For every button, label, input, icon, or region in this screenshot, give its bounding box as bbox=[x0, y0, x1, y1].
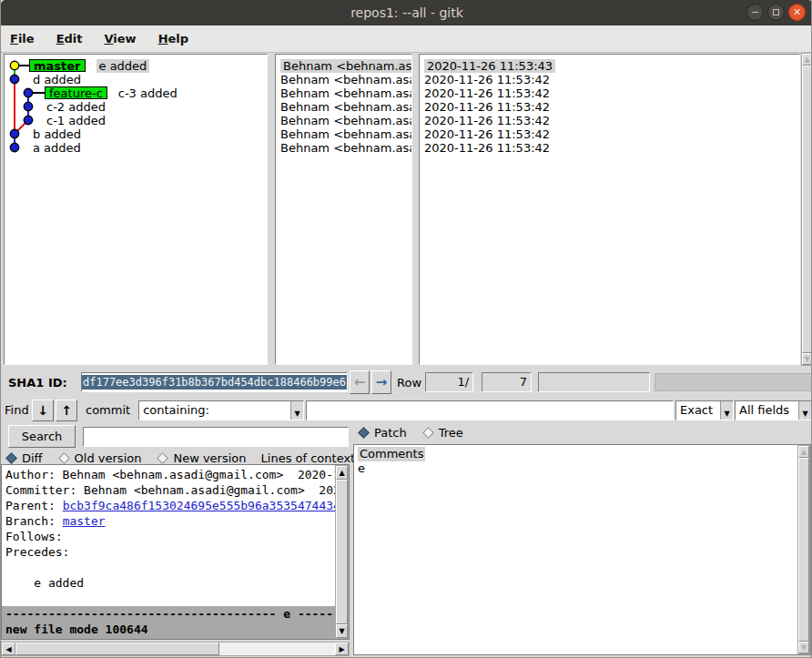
branch-tag-master[interactable]: master bbox=[29, 59, 86, 72]
author-cell[interactable]: Behnam <behnam.asadi@gmail.com> bbox=[276, 86, 411, 100]
scrollbar-thumb[interactable] bbox=[798, 458, 809, 642]
diff-radio-label[interactable]: Diff bbox=[22, 451, 43, 465]
scroll-left-icon[interactable]: ◀ bbox=[2, 643, 15, 655]
author-cell[interactable]: Behnam <behnam.asadi@gmail.com> bbox=[276, 114, 411, 127]
commit-subject: e added bbox=[96, 59, 150, 73]
patch-tree-controls: Patch Tree bbox=[357, 426, 539, 440]
chevron-down-icon: ▼ bbox=[720, 401, 733, 420]
row-total-field[interactable]: 7 bbox=[482, 372, 532, 392]
match-type-dropdown[interactable]: containing: ▼ bbox=[138, 400, 304, 420]
menu-view[interactable]: View bbox=[105, 32, 137, 46]
graph-row[interactable]: c-1 added bbox=[5, 114, 267, 127]
patch-radio[interactable] bbox=[358, 427, 370, 439]
author-column[interactable]: Behnam <behnam.asadi@gmail.com> Behnam <… bbox=[275, 54, 412, 365]
comments-pane[interactable]: Comments e ▲ ▼ bbox=[353, 444, 811, 655]
titlebar[interactable]: repos1: --all - gitk − ✕ bbox=[1, 0, 812, 25]
commit-subject: c-1 added bbox=[46, 114, 106, 127]
diff-scrollbar[interactable]: ▲ ▼ bbox=[335, 465, 349, 639]
diff-horizontal-scrollbar[interactable]: ◀ ▶ bbox=[1, 642, 350, 656]
minimize-icon[interactable]: − bbox=[746, 4, 764, 21]
sha1-label: SHA1 ID: bbox=[8, 376, 79, 390]
menu-help[interactable]: Help bbox=[158, 32, 188, 46]
spare-field[interactable] bbox=[538, 372, 650, 392]
history-forward-button[interactable]: → bbox=[371, 370, 391, 394]
patch-radio-label[interactable]: Patch bbox=[374, 426, 407, 440]
find-label: Find bbox=[5, 403, 30, 417]
scrollbar-thumb[interactable] bbox=[336, 480, 348, 624]
author-cell[interactable]: Behnam <behnam.asadi@gmail.com> bbox=[276, 141, 411, 155]
scrollbar-thumb[interactable] bbox=[15, 643, 219, 655]
scrollbar-thumb[interactable] bbox=[802, 66, 812, 353]
scroll-down-icon[interactable]: ▼ bbox=[798, 642, 809, 653]
scroll-up-icon[interactable]: ▲ bbox=[798, 446, 809, 458]
sha1-input[interactable]: df177ee3d396f31b8b367bd454dbc188466b99e6 bbox=[81, 372, 348, 392]
tree-radio-label[interactable]: Tree bbox=[439, 426, 463, 440]
date-cell[interactable]: 2020-11-26 11:53:42 bbox=[420, 114, 799, 127]
row-label: Row bbox=[397, 376, 421, 390]
right-arrow-icon: → bbox=[376, 374, 388, 390]
old-version-label[interactable]: Old version bbox=[75, 451, 142, 465]
scroll-up-icon[interactable]: ▲ bbox=[336, 466, 348, 480]
menu-edit[interactable]: Edit bbox=[56, 32, 83, 46]
author-cell[interactable]: Behnam <behnam.asadi@gmail.com> bbox=[276, 100, 411, 114]
comments-header: Comments bbox=[358, 447, 425, 461]
scroll-down-icon[interactable]: ▼ bbox=[802, 353, 812, 365]
match-fields-dropdown[interactable]: All fields ▼ bbox=[735, 400, 812, 420]
old-version-radio[interactable] bbox=[58, 452, 70, 464]
date-column[interactable]: 2020-11-26 11:53:43 2020-11-26 11:53:42 … bbox=[419, 54, 800, 365]
match-case-dropdown[interactable]: Exact ▼ bbox=[675, 400, 734, 420]
index-line: index 0000000..e69de29 bbox=[5, 637, 337, 639]
date-cell[interactable]: 2020-11-26 11:53:42 bbox=[420, 141, 799, 155]
close-icon[interactable]: ✕ bbox=[788, 4, 806, 21]
branch-link[interactable]: master bbox=[63, 514, 106, 528]
search-button[interactable]: Search bbox=[8, 425, 76, 448]
search-input[interactable] bbox=[83, 427, 349, 447]
graph-row[interactable]: mastere added bbox=[5, 59, 267, 73]
down-arrow-icon: ↓ bbox=[37, 403, 48, 418]
new-version-label[interactable]: New version bbox=[173, 451, 246, 465]
progress-gauge bbox=[655, 373, 812, 391]
follows-line: Follows: bbox=[5, 529, 337, 544]
date-cell[interactable]: 2020-11-26 11:53:42 bbox=[420, 100, 799, 114]
precedes-line: Precedes: bbox=[5, 544, 337, 560]
parent-sha-link[interactable]: bcb3f9ca486f153024695e555b96a35354744347 bbox=[63, 499, 337, 512]
comments-scrollbar[interactable]: ▲ ▼ bbox=[797, 445, 810, 654]
date-cell[interactable]: 2020-11-26 11:53:42 bbox=[420, 127, 799, 141]
author-cell[interactable]: Behnam <behnam.asadi@gmail.com> bbox=[276, 73, 411, 86]
window-title: repos1: --all - gitk bbox=[350, 5, 463, 20]
diff-file-header[interactable]: -------------------------------------- e… bbox=[2, 606, 337, 639]
date-cell[interactable]: 2020-11-26 11:53:42 bbox=[420, 86, 799, 100]
author-cell[interactable]: Behnam <behnam.asadi@gmail.com> bbox=[276, 59, 411, 73]
maximize-icon[interactable] bbox=[767, 4, 785, 21]
date-cell[interactable]: 2020-11-26 11:53:42 bbox=[420, 73, 799, 86]
history-back-button[interactable]: ← bbox=[350, 370, 370, 394]
menu-file[interactable]: File bbox=[10, 32, 35, 46]
commit-subject: c-3 added bbox=[118, 86, 178, 100]
window-controls: − ✕ bbox=[746, 4, 806, 21]
diff-radio[interactable] bbox=[5, 452, 17, 464]
graph-row[interactable]: d added bbox=[5, 73, 267, 86]
graph-row[interactable]: b added bbox=[5, 127, 267, 141]
graph-row[interactable]: a added bbox=[5, 141, 267, 155]
commit-list-scrollbar[interactable]: ▲ ▼ bbox=[801, 53, 812, 366]
commit-graph-pane[interactable]: mastere added d added feature-cc-3 added… bbox=[4, 54, 268, 365]
diff-text: Author: Behnam <behnam.asadi@gmail.com> … bbox=[2, 465, 337, 639]
menubar: File Edit View Help bbox=[1, 25, 812, 53]
row-current-field[interactable]: 1/ bbox=[425, 372, 473, 392]
find-prev-button[interactable]: ↑ bbox=[56, 400, 77, 421]
scroll-up-icon[interactable]: ▲ bbox=[802, 54, 812, 66]
branch-tag-feature-c[interactable]: feature-c bbox=[45, 86, 107, 99]
scroll-down-icon[interactable]: ▼ bbox=[336, 624, 348, 638]
tree-radio[interactable] bbox=[422, 427, 434, 439]
scroll-right-icon[interactable]: ▶ bbox=[335, 643, 349, 655]
author-cell[interactable]: Behnam <behnam.asadi@gmail.com> bbox=[276, 127, 411, 141]
diff-view[interactable]: Author: Behnam <behnam.asadi@gmail.com> … bbox=[1, 464, 350, 640]
graph-row[interactable]: c-2 added bbox=[5, 100, 267, 114]
chevron-down-icon: ▼ bbox=[798, 401, 811, 420]
find-next-button[interactable]: ↓ bbox=[32, 400, 54, 421]
date-cell[interactable]: 2020-11-26 11:53:43 bbox=[420, 59, 799, 73]
new-version-radio[interactable] bbox=[157, 452, 169, 464]
graph-row[interactable]: feature-cc-3 added bbox=[5, 86, 267, 100]
lines-of-context-label: Lines of context: bbox=[261, 451, 360, 465]
find-input[interactable] bbox=[306, 400, 674, 420]
